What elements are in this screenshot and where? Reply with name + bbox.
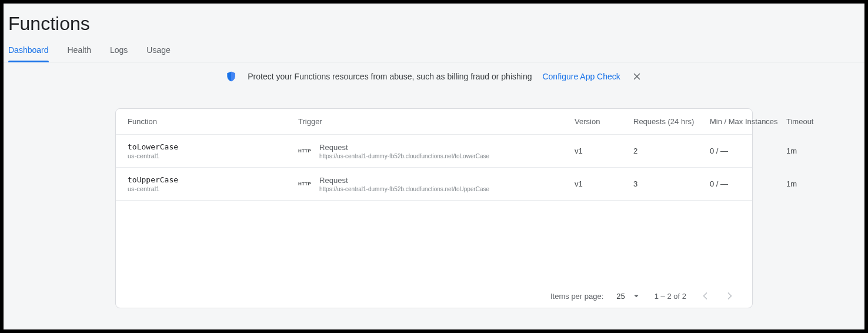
function-name: toLowerCase <box>128 142 298 151</box>
prev-page-button[interactable] <box>699 290 711 302</box>
version-cell: v1 <box>575 146 633 155</box>
tab-dashboard[interactable]: Dashboard <box>8 39 49 62</box>
chevron-down-icon <box>631 291 642 301</box>
function-region: us-central1 <box>128 185 298 192</box>
col-trigger: Trigger <box>298 117 575 126</box>
function-cell: toLowerCase us-central1 <box>128 142 298 159</box>
timeout-cell: 1m <box>786 179 839 188</box>
shield-icon <box>225 71 237 82</box>
trigger-url: https://us-central1-dummy-fb52b.cloudfun… <box>319 186 489 192</box>
requests-cell: 3 <box>633 179 710 188</box>
function-name: toUpperCase <box>128 175 298 184</box>
table-row[interactable]: toLowerCase us-central1 HTTP Request htt… <box>116 135 752 168</box>
functions-card: Function Trigger Version Requests (24 hr… <box>115 108 753 308</box>
version-cell: v1 <box>575 179 633 188</box>
function-region: us-central1 <box>128 152 298 159</box>
items-per-page-select[interactable]: 25 <box>616 291 641 301</box>
function-cell: toUpperCase us-central1 <box>128 175 298 192</box>
col-timeout: Timeout <box>786 117 839 126</box>
trigger-title: Request <box>319 176 489 185</box>
col-requests: Requests (24 hrs) <box>633 117 710 126</box>
page-title: Functions <box>4 4 864 39</box>
app-frame: Functions Dashboard Health Logs Usage Pr… <box>4 4 864 329</box>
items-per-page-label: Items per page: <box>550 292 603 301</box>
trigger-url: https://us-central1-dummy-fb52b.cloudfun… <box>319 153 489 159</box>
next-page-button[interactable] <box>724 290 736 302</box>
tab-usage[interactable]: Usage <box>146 39 170 62</box>
tab-logs[interactable]: Logs <box>110 39 128 62</box>
tabs: Dashboard Health Logs Usage <box>4 39 864 62</box>
http-icon: HTTP <box>298 181 311 187</box>
app-check-banner: Protect your Functions resources from ab… <box>4 62 864 91</box>
pagination: Items per page: 25 1 – 2 of 2 <box>116 284 752 308</box>
col-instances: Min / Max Instances <box>710 117 786 126</box>
trigger-title: Request <box>319 143 489 152</box>
chevron-left-icon <box>699 290 711 302</box>
instances-cell: 0 / — <box>710 179 786 188</box>
banner-message: Protect your Functions resources from ab… <box>248 72 532 81</box>
configure-app-check-link[interactable]: Configure App Check <box>542 72 620 81</box>
http-icon: HTTP <box>298 148 311 154</box>
trigger-cell: HTTP Request https://us-central1-dummy-f… <box>298 176 575 192</box>
timeout-cell: 1m <box>786 146 839 155</box>
instances-cell: 0 / — <box>710 146 786 155</box>
items-per-page-value: 25 <box>616 292 625 301</box>
tab-health[interactable]: Health <box>68 39 91 62</box>
col-function: Function <box>128 117 298 126</box>
page-range: 1 – 2 of 2 <box>655 292 686 301</box>
col-version: Version <box>575 117 633 126</box>
requests-cell: 2 <box>633 146 710 155</box>
table-header: Function Trigger Version Requests (24 hr… <box>116 109 752 135</box>
close-icon[interactable] <box>631 71 643 82</box>
table-row[interactable]: toUpperCase us-central1 HTTP Request htt… <box>116 168 752 201</box>
chevron-right-icon <box>724 290 736 302</box>
trigger-cell: HTTP Request https://us-central1-dummy-f… <box>298 143 575 159</box>
